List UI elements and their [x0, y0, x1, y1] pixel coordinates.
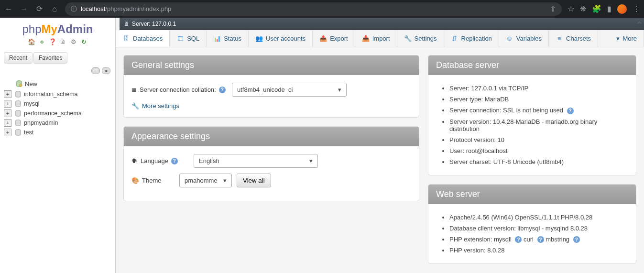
db-name: information_schema: [24, 91, 78, 98]
address-bar[interactable]: ⓘ localhost/phpmyadmin/index.php ⇪: [65, 2, 562, 16]
new-database-link[interactable]: + New: [4, 78, 111, 89]
reload-button[interactable]: ⟳: [34, 4, 44, 13]
info-item: Server: 127.0.0.1 via TCP/IP: [449, 83, 628, 94]
nav-more[interactable]: ▾ More: [610, 30, 644, 47]
db-name: test: [24, 129, 33, 136]
info-item: Apache/2.4.56 (Win64) OpenSSL/1.1.1t PHP…: [449, 212, 628, 223]
help-icon[interactable]: ?: [537, 236, 544, 243]
db-name: performance_schema: [24, 110, 82, 117]
help-icon[interactable]: ?: [573, 236, 580, 243]
nav-charsets[interactable]: ≡Charsets: [549, 30, 598, 47]
tree-item-db[interactable]: +phpmyadmin: [4, 118, 111, 128]
tree-item-db[interactable]: +mysql: [4, 99, 111, 109]
new-label: New: [25, 80, 37, 87]
page-settings-caret-icon[interactable]: ⌃: [636, 20, 643, 30]
home-button[interactable]: ⌂: [50, 5, 59, 13]
nav-user-accounts[interactable]: 👥User accounts: [249, 30, 313, 47]
db-icon: [14, 100, 22, 108]
bookmark-icon[interactable]: ☆: [568, 4, 574, 13]
tree-item-db[interactable]: +test: [4, 128, 111, 137]
docs-icon[interactable]: ❓: [49, 38, 56, 45]
tree-item-db[interactable]: +performance_schema: [4, 109, 111, 118]
wrench-icon: 🔧: [404, 35, 412, 43]
sql-docs-icon[interactable]: 🗎: [59, 38, 67, 45]
variables-icon: ⊚: [506, 35, 513, 43]
menu-icon[interactable]: ⋮: [633, 4, 640, 13]
info-item: PHP version: 8.0.28: [449, 245, 628, 256]
logout-icon[interactable]: ⎆: [38, 38, 46, 45]
nav-settings[interactable]: 🔧Settings: [397, 30, 444, 47]
server-label[interactable]: Server: 127.0.0.1: [132, 21, 176, 27]
expand-icon[interactable]: +: [4, 129, 11, 136]
theme-icon: 🎨: [131, 177, 139, 184]
view-all-button[interactable]: View all: [237, 174, 271, 187]
db-name: phpmyadmin: [24, 120, 58, 126]
expand-icon[interactable]: +: [4, 109, 11, 117]
nav-status[interactable]: 📊Status: [207, 30, 249, 47]
svg-text:+: +: [20, 84, 22, 87]
status-icon: 📊: [213, 35, 221, 43]
side-panel-icon[interactable]: ▮: [607, 4, 611, 13]
breadcrumb: 🖥 Server: 127.0.0.1: [120, 18, 644, 30]
settings-icon[interactable]: ⚙: [70, 38, 77, 45]
reload-icon[interactable]: ↻: [80, 38, 88, 45]
nav-sql[interactable]: 🗔SQL: [170, 30, 207, 47]
theme-label: Theme: [142, 177, 161, 184]
top-nav: 🗄Databases🗔SQL📊Status👥User accounts📤Expo…: [116, 30, 644, 47]
new-db-icon: +: [15, 80, 23, 87]
tab-favorites[interactable]: Favorites: [33, 52, 67, 64]
web-server-panel: Web server Apache/2.4.56 (Win64) OpenSSL…: [428, 184, 636, 264]
profile-avatar[interactable]: [617, 4, 627, 14]
language-select[interactable]: English: [194, 154, 318, 168]
help-icon[interactable]: ?: [171, 158, 178, 164]
nav-variables[interactable]: ⊚Variables: [499, 30, 549, 47]
home-icon[interactable]: 🏠: [28, 38, 35, 45]
expand-icon[interactable]: +: [4, 90, 11, 98]
charsets-icon: ≡: [556, 35, 563, 43]
tree-item-db[interactable]: +information_schema: [4, 89, 111, 99]
more-settings-link[interactable]: 🔧 More settings: [131, 102, 411, 109]
main-content: 🖥 Server: 127.0.0.1 ⌃ 🗄Databases🗔SQL📊Sta…: [116, 18, 644, 273]
server-icon: 🖥: [123, 21, 129, 27]
back-button[interactable]: ←: [4, 5, 13, 13]
users-icon: 👥: [255, 35, 263, 43]
wrench-icon: 🔧: [131, 102, 139, 109]
nav-databases[interactable]: 🗄Databases: [116, 30, 170, 47]
help-icon[interactable]: ?: [515, 236, 522, 243]
share-icon[interactable]: ⇪: [550, 4, 556, 13]
tab-recent[interactable]: Recent: [4, 52, 33, 64]
db-icon: [14, 129, 22, 136]
db-icon: [14, 119, 22, 127]
expand-icon[interactable]: +: [4, 100, 11, 108]
info-item: Server connection: SSL is not being used…: [449, 105, 628, 116]
extensions-icon[interactable]: 🧩: [592, 4, 601, 13]
nav-replication[interactable]: ⇵Replication: [444, 30, 499, 47]
database-tree: + New +information_schema+mysql+performa…: [0, 76, 115, 139]
general-settings-panel: General settings ≣ Server connection col…: [123, 55, 419, 118]
collapse-all-icon[interactable]: −: [91, 67, 100, 74]
link-icon[interactable]: ⚭: [102, 67, 110, 74]
panel-title: Web server: [428, 185, 636, 204]
react-devtools-icon[interactable]: ❋: [580, 4, 586, 13]
info-item: Protocol version: 10: [449, 134, 628, 145]
help-icon[interactable]: ?: [219, 87, 226, 93]
replication-icon: ⇵: [451, 35, 458, 43]
site-info-icon[interactable]: ⓘ: [71, 5, 77, 13]
export-icon: 📤: [319, 35, 327, 43]
panel-title: General settings: [124, 55, 419, 75]
nav-import[interactable]: 📥Import: [355, 30, 397, 47]
info-item: Server version: 10.4.28-MariaDB - mariad…: [449, 116, 628, 134]
language-label: Language: [141, 157, 168, 164]
forward-button[interactable]: →: [19, 5, 29, 13]
help-icon[interactable]: ?: [567, 108, 574, 114]
collation-select[interactable]: utf8mb4_unicode_ci: [232, 83, 347, 97]
db-icon: [14, 109, 22, 117]
nav-export[interactable]: 📤Export: [313, 30, 355, 47]
logo[interactable]: phpMyAdmin 🏠 ⎆ ❓ 🗎 ⚙ ↻: [0, 18, 115, 50]
info-item: User: root@localhost: [449, 145, 628, 156]
expand-icon[interactable]: +: [4, 119, 11, 127]
info-item: Server type: MariaDB: [449, 94, 628, 105]
theme-select[interactable]: pmahomme: [179, 174, 232, 187]
db-name: mysql: [24, 100, 40, 107]
info-item: Server charset: UTF-8 Unicode (utf8mb4): [449, 156, 628, 167]
